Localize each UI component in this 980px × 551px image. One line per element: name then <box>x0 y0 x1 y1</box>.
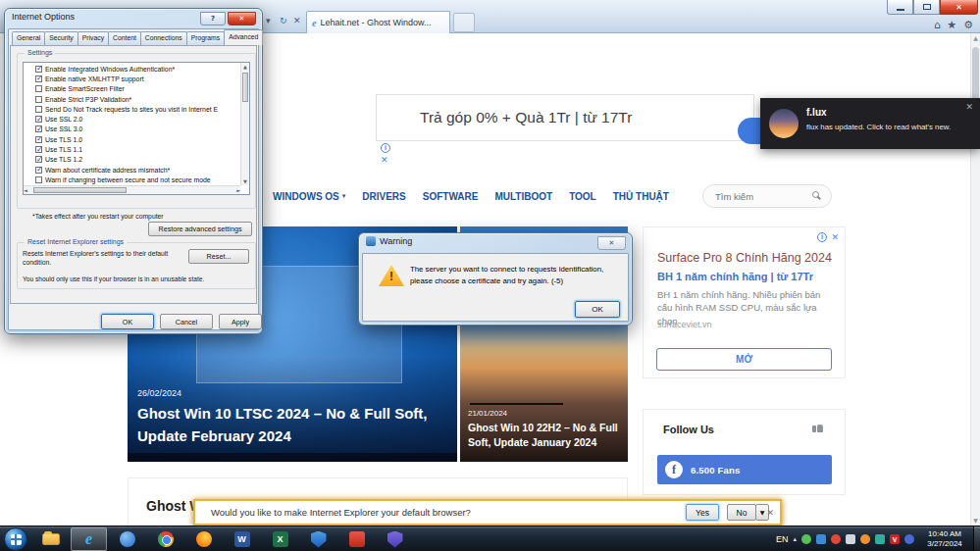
ok-button[interactable]: OK <box>101 314 154 329</box>
checkbox[interactable] <box>35 116 42 123</box>
taskbar-windows-explorer[interactable] <box>32 527 69 551</box>
taskbar-clock[interactable]: 10:40 AM 3/27/2024 <box>919 529 970 550</box>
taskbar-antivirus[interactable] <box>300 527 336 551</box>
taskbar-word[interactable] <box>224 527 260 551</box>
address-dropdown-icon[interactable] <box>266 16 271 25</box>
scroll-up-icon[interactable] <box>241 63 249 71</box>
tab-programs[interactable]: Programs <box>186 31 225 45</box>
restore-advanced-settings-button[interactable]: Restore advanced settings <box>148 222 252 236</box>
close-button[interactable] <box>597 236 626 250</box>
taskbar-chrome[interactable] <box>147 527 183 551</box>
tray-icon[interactable] <box>846 534 855 544</box>
scrollbar-thumb[interactable] <box>33 187 127 193</box>
cancel-button[interactable]: Cancel <box>160 314 213 329</box>
facebook-fans-button[interactable]: 6.500 Fans <box>657 455 832 484</box>
checkbox[interactable] <box>35 106 42 113</box>
ad-info-icon[interactable] <box>817 232 827 242</box>
close-button[interactable] <box>228 12 256 25</box>
checkbox[interactable] <box>35 75 42 82</box>
apply-button[interactable]: Apply <box>219 314 262 329</box>
top-ad-banner[interactable]: Trả góp 0% + Quà 1Tr | từ 17Tr <box>376 94 754 141</box>
sidebar-ad-subtitle[interactable]: BH 1 năm chính hãng | từ 17Tr <box>657 271 813 282</box>
checkbox[interactable] <box>35 125 42 132</box>
close-button[interactable] <box>940 0 978 15</box>
nav-item-thu-thuat[interactable]: THỦ THUẬT <box>613 191 669 202</box>
taskbar-excel[interactable] <box>262 527 298 551</box>
ad-close-icon[interactable] <box>831 232 839 242</box>
scroll-right-icon[interactable] <box>236 186 240 194</box>
ok-button[interactable]: OK <box>575 301 620 318</box>
language-indicator[interactable]: EN <box>776 534 789 544</box>
ad-close-icon[interactable] <box>381 155 388 165</box>
taskbar-security-app[interactable] <box>377 527 413 551</box>
checkbox[interactable] <box>35 96 42 103</box>
scroll-up-icon[interactable] <box>971 33 980 43</box>
checkbox[interactable] <box>35 85 42 92</box>
tab-general[interactable]: General <box>12 31 45 45</box>
vertical-scrollbar[interactable] <box>240 63 249 185</box>
home-icon[interactable] <box>934 19 941 31</box>
tab-privacy[interactable]: Privacy <box>77 31 109 45</box>
sidebar-ad-title[interactable]: Surface Pro 8 Chính Hãng 2024 <box>657 251 832 265</box>
browser-tab[interactable]: Lehait.net - Ghost Window... <box>306 11 450 33</box>
sidebar-ad-open-button[interactable]: MỞ <box>656 348 832 371</box>
checkbox[interactable] <box>35 176 42 183</box>
refresh-icon[interactable] <box>280 16 287 25</box>
nav-item-tool[interactable]: TOOL <box>569 191 596 202</box>
sidebar-ad-card[interactable]: Surface Pro 8 Chính Hãng 2024 BH 1 năm c… <box>643 226 846 378</box>
horizontal-scrollbar[interactable] <box>24 185 240 194</box>
tray-icon[interactable] <box>875 534 885 544</box>
setting-row: Warn if changing between secure and not … <box>24 175 240 184</box>
reset-button[interactable]: Reset... <box>188 249 249 264</box>
favorites-star-icon[interactable] <box>947 19 956 31</box>
stop-icon[interactable] <box>293 16 301 25</box>
taskbar-firefox[interactable] <box>185 527 222 551</box>
checkbox[interactable] <box>35 156 42 163</box>
taskbar-app-red[interactable] <box>338 527 375 551</box>
tab-content[interactable]: Content <box>108 31 141 45</box>
close-icon[interactable] <box>766 508 774 518</box>
tab-advanced[interactable]: Advanced <box>224 29 263 45</box>
tray-icon[interactable] <box>904 534 914 544</box>
taskbar-internet-explorer[interactable] <box>71 527 107 551</box>
taskbar-secondary-browser[interactable] <box>109 527 145 551</box>
ad-info-icon[interactable] <box>381 143 390 153</box>
scrollbar-thumb[interactable] <box>242 73 248 102</box>
tab-connections[interactable]: Connections <box>140 31 187 45</box>
checkbox[interactable] <box>35 146 42 153</box>
thumbs-up-icon <box>812 423 823 432</box>
post-title[interactable]: Ghost Win 10 LTSC 2024 – No & Full Soft,… <box>137 403 443 447</box>
flux-notification[interactable]: f.lux flux has updated. Click to read wh… <box>760 98 980 149</box>
scroll-down-icon[interactable] <box>971 516 980 526</box>
nav-item-drivers[interactable]: DRIVERS <box>362 191 405 202</box>
yes-button[interactable]: Yes <box>686 504 719 521</box>
scroll-left-icon[interactable] <box>24 186 27 194</box>
help-button[interactable] <box>200 12 226 25</box>
new-tab-button[interactable] <box>453 13 475 32</box>
search-input[interactable] <box>715 185 808 207</box>
minimize-button[interactable] <box>887 0 913 15</box>
checkbox[interactable] <box>35 167 42 174</box>
start-button[interactable] <box>4 527 27 551</box>
tray-icon[interactable] <box>860 534 870 544</box>
settings-gear-icon[interactable] <box>963 19 973 31</box>
antivirus-tray-icon[interactable] <box>890 534 900 544</box>
tray-icon[interactable] <box>801 534 811 544</box>
nav-item-windows-os[interactable]: WINDOWS OS <box>273 191 345 202</box>
tray-icon[interactable] <box>816 534 826 544</box>
search-icon[interactable] <box>812 191 819 198</box>
show-desktop-button[interactable] <box>973 526 980 551</box>
show-hidden-icons-icon[interactable] <box>793 535 797 543</box>
maximize-button[interactable] <box>913 0 940 15</box>
red-app-icon <box>349 531 365 547</box>
checkbox[interactable] <box>35 66 42 73</box>
nav-item-multiboot[interactable]: MULTIBOOT <box>494 191 552 202</box>
tray-icon[interactable] <box>831 534 841 544</box>
post-title[interactable]: Ghost Win 10 22H2 – No & Full Soft, Upda… <box>468 421 625 450</box>
scroll-down-icon[interactable] <box>241 177 249 185</box>
close-icon[interactable] <box>965 102 973 112</box>
nav-item-software[interactable]: SOFTWARE <box>423 191 479 202</box>
no-button[interactable]: No <box>727 504 756 521</box>
tab-security[interactable]: Security <box>44 31 78 45</box>
checkbox[interactable] <box>35 136 42 143</box>
